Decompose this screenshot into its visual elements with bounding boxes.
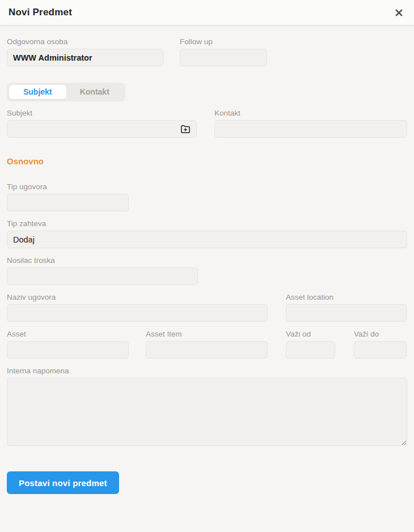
field-follow-up: Follow up <box>180 37 267 66</box>
modal-header: Novi Predmet <box>0 0 414 25</box>
field-tip-zahteva: Tip zahteva <box>7 219 407 248</box>
interna-napomena-textarea[interactable] <box>7 378 407 446</box>
vazi-do-label: Važi do <box>354 329 407 339</box>
field-nosilac-troska: Nosilac troska <box>7 256 198 285</box>
tip-ugovora-input[interactable] <box>7 194 129 211</box>
odgovorna-osoba-input[interactable] <box>7 49 163 66</box>
asset-item-input[interactable] <box>146 341 268 359</box>
nosilac-troska-label: Nosilac troska <box>7 256 198 265</box>
tip-zahteva-label: Tip zahteva <box>7 219 407 228</box>
field-asset: Asset <box>7 329 129 359</box>
field-kontakt: Kontakt <box>214 108 407 138</box>
tip-zahteva-input[interactable] <box>7 231 407 248</box>
vazi-od-input[interactable] <box>286 341 335 359</box>
close-x-icon <box>395 8 403 17</box>
subjekt-label: Subjekt <box>7 108 197 118</box>
form-body: Odgovorna osoba Follow up Subjekt Kontak… <box>0 37 414 494</box>
field-interna-napomena: Interna napomena <box>7 366 407 446</box>
asset-input[interactable] <box>7 341 129 359</box>
follow-up-input[interactable] <box>180 49 267 66</box>
vazi-od-label: Važi od <box>286 329 335 339</box>
field-odgovorna-osoba: Odgovorna osoba <box>7 37 163 66</box>
field-naziv-ugovora: Naziv ugovora <box>7 292 268 322</box>
tab-subjekt[interactable]: Subjekt <box>9 85 66 99</box>
field-tip-ugovora: Tip ugovora <box>7 182 129 211</box>
submit-button[interactable]: Postavi novi predmet <box>7 471 119 494</box>
asset-location-label: Asset location <box>286 292 407 302</box>
asset-label: Asset <box>7 329 129 339</box>
tip-ugovora-label: Tip ugovora <box>7 182 129 191</box>
page-title: Novi Predmet <box>9 7 72 18</box>
close-button[interactable] <box>392 6 405 19</box>
vazi-do-input[interactable] <box>354 341 407 359</box>
field-vazi-od: Važi od <box>286 329 335 359</box>
tab-kontakt[interactable]: Kontakt <box>66 85 124 99</box>
naziv-ugovora-label: Naziv ugovora <box>7 292 268 302</box>
subject-contact-tabs: Subjekt Kontakt <box>7 83 125 101</box>
folder-plus-icon[interactable] <box>180 124 191 135</box>
kontakt-input[interactable] <box>214 120 407 138</box>
nosilac-troska-input[interactable] <box>7 267 198 285</box>
odgovorna-osoba-label: Odgovorna osoba <box>7 37 163 46</box>
section-title-osnovno: Osnovno <box>7 156 407 166</box>
asset-item-label: Asset Item <box>146 329 268 339</box>
field-asset-item: Asset Item <box>146 329 268 359</box>
interna-napomena-label: Interna napomena <box>7 366 407 376</box>
subjekt-input[interactable] <box>7 120 197 138</box>
naziv-ugovora-input[interactable] <box>7 304 268 322</box>
kontakt-label: Kontakt <box>214 108 407 118</box>
follow-up-label: Follow up <box>180 37 267 46</box>
field-asset-location: Asset location <box>286 292 407 322</box>
field-subjekt: Subjekt <box>7 108 197 138</box>
field-vazi-do: Važi do <box>354 329 407 359</box>
asset-location-input[interactable] <box>286 304 407 322</box>
